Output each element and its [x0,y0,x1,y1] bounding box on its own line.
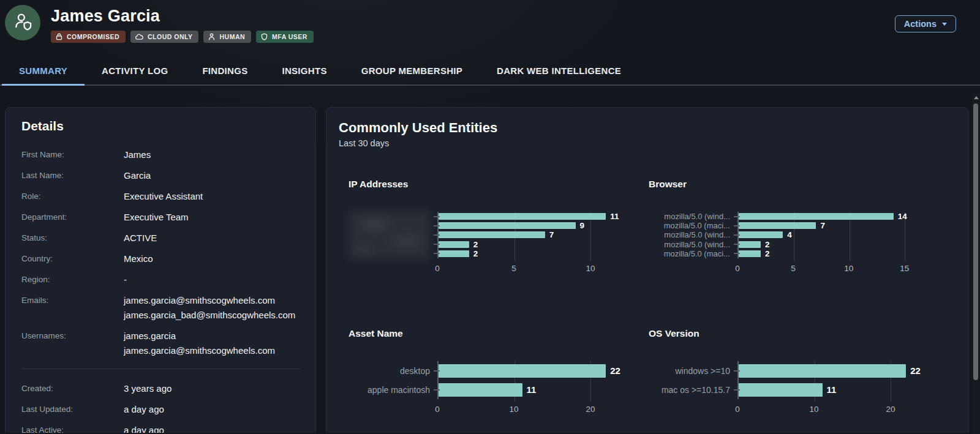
scroll-up-arrow-icon[interactable] [974,96,979,99]
badge-row: COMPROMISEDCLOUD ONLYHUMANMFA USER [51,31,980,43]
bar-row: 2 [439,240,621,249]
tab-group-membership[interactable]: GROUP MEMBERSHIP [344,56,480,84]
vertical-scrollbar[interactable] [972,93,980,434]
tab-activity-log[interactable]: ACTIVITY LOG [85,56,185,84]
bar [739,213,894,220]
bar-rows: 2211 [739,361,921,399]
x-axis-labels: 051015 [737,261,921,275]
shield-icon [261,33,268,40]
user-shield-icon [12,11,33,34]
field-label: Last Active: [21,424,124,433]
axis-tick [734,234,740,236]
bar [439,222,576,229]
axis-tick [734,244,740,245]
field-row-last-name: Last Name:Garcia [21,169,300,182]
field-value: Mexico [124,252,153,265]
field-values: James [124,148,151,161]
category-label: desktop [400,367,430,375]
bar-row: 2 [439,249,621,258]
actions-button[interactable]: Actions [895,15,956,32]
field-value: Executive Team [124,211,189,223]
category-label: mozilla/5.0 (wind... [664,241,730,249]
redacted-ip-labels [349,211,430,259]
details-divider [21,369,300,369]
tab-findings[interactable]: FINDINGS [185,56,265,84]
x-tick-label: 20 [886,405,895,414]
bar [439,241,469,248]
plot: 119722 [437,212,621,258]
plot-area: 147422051015 [737,212,921,275]
chart-area: mozilla/5.0 (wind...mozilla/5.0 (maci...… [649,212,956,275]
field-value: Garcia [124,169,151,182]
field-values: - [124,273,127,286]
field-values: james.garciajames.garcia@smithscogwheels… [124,329,275,357]
axis-tick [434,370,440,372]
axis-tick [434,234,440,236]
x-tick-label: 0 [435,405,440,414]
bar-rows: 147422 [739,212,921,258]
chevron-down-icon [942,23,947,26]
badge-label: MFA USER [272,33,307,40]
bar-value-label: 11 [827,384,837,395]
bar-row: 14 [739,212,921,221]
bar [739,250,761,257]
chart-area: desktopapple macintosh221101020 [349,361,649,416]
field-values: Executive Assistant [124,190,203,203]
category-label: mac os >=10.15.7 [662,386,730,394]
bar [439,383,522,397]
field-values: Garcia [124,169,151,182]
bar [739,383,823,397]
plot: 147422 [737,212,921,258]
bar [739,364,906,378]
axis-tick [734,253,740,254]
chart-title: Browser [649,179,956,190]
plot-area: 221101020 [737,361,921,416]
bar-value-label: 2 [473,249,478,258]
tab-dark-web-intelligence[interactable]: DARK WEB INTELLIGENCE [480,56,638,84]
details-timestamps: Created:3 years agoLast Updated:a day ag… [21,382,300,433]
y-axis-labels: mozilla/5.0 (wind...mozilla/5.0 (maci...… [649,212,737,258]
x-tick-label: 0 [735,264,740,273]
x-tick-label: 0 [735,405,740,414]
chart-os-version: OS Versionwindows >=10mac os >=10.15.722… [649,328,956,416]
tab-insights[interactable]: INSIGHTS [265,56,344,84]
y-axis-labels: desktopapple macintosh [349,361,437,399]
bar-value-label: 2 [473,240,478,249]
bar-row: 11 [439,383,621,397]
bar-value-label: 22 [910,365,921,376]
field-label: Country: [21,252,124,265]
plot: 2211 [437,361,621,399]
field-values: ACTIVE [124,231,157,244]
category-label: mozilla/5.0 (wind... [664,231,730,239]
plot-area: 1197220510 [437,212,621,275]
bar-row: 7 [739,221,921,230]
tab-summary[interactable]: SUMMARY [2,56,85,84]
x-tick-label: 15 [900,264,909,273]
field-label: Last Updated: [21,403,124,416]
field-values: Executive Team [124,211,189,223]
scrollbar-thumb[interactable] [973,103,978,380]
bar-row: 4 [739,230,921,239]
bar-row: 22 [439,364,621,378]
field-row-first-name: First Name:James [21,148,300,161]
person-icon [208,33,215,40]
axis-tick [734,225,740,226]
field-row-emails: Emails:james.garcia@smithscogwheels.comj… [21,294,300,321]
field-label: Department: [21,211,124,223]
chart-title: IP Addresses [349,179,649,190]
x-tick-label: 20 [586,405,595,414]
page-title: James Garcia [51,7,980,26]
chart-title: Asset Name [349,328,649,339]
bar [739,241,761,248]
x-axis-labels: 01020 [737,402,921,416]
field-value: ACTIVE [124,231,157,244]
bar-row: 11 [439,212,621,221]
bar-row: 9 [439,221,621,230]
lock-icon [56,33,62,40]
chart-asset-name: Asset Namedesktopapple macintosh22110102… [349,328,649,416]
field-row-status: Status:ACTIVE [21,231,300,244]
field-row-last-updated: Last Updated:a day ago [21,403,300,416]
badge-label: CLOUD ONLY [148,33,192,40]
axis-tick [434,216,440,217]
bar [739,222,816,229]
